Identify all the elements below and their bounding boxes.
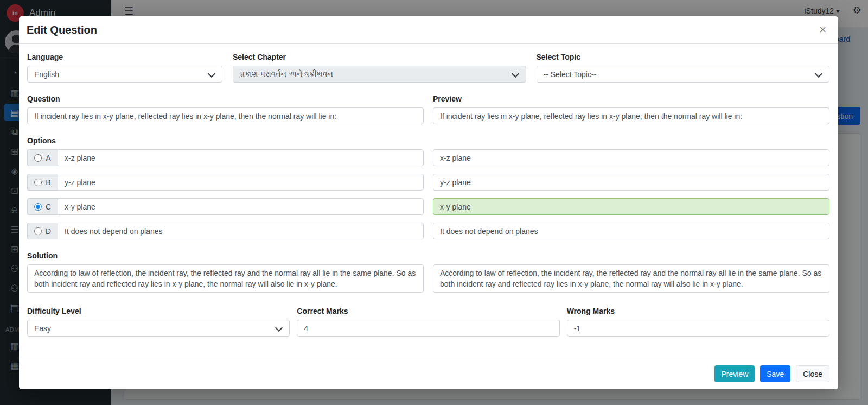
question-input[interactable] [27,107,424,124]
correct-marks-input[interactable] [297,320,559,337]
option-b-addon: B [27,174,58,191]
option-a-preview: x-z plane [433,149,829,166]
option-a-input[interactable] [58,149,424,166]
preview-button[interactable]: Preview [714,365,755,382]
options-label: Options [27,136,829,145]
chapter-select[interactable]: પ્રકાશ-પરાવર્તન અને વક્રીભવન [233,66,526,83]
modal-title: Edit Question [27,24,97,36]
language-select[interactable]: English [27,66,222,83]
option-row-b: B [27,174,424,191]
close-icon[interactable]: × [816,24,829,36]
language-label: Language [27,53,222,61]
question-preview: If incident ray lies in x-y plane, refle… [433,107,829,124]
close-button[interactable]: Close [796,365,829,382]
option-row-a: A [27,149,424,166]
solution-textarea[interactable]: According to law of reflection, the inci… [27,264,424,293]
preview-label: Preview [433,94,829,103]
option-b-preview: y-z plane [433,174,829,191]
save-button[interactable]: Save [760,365,790,382]
difficulty-select[interactable]: Easy [27,320,290,337]
edit-question-modal: Edit Question × Language English Select … [19,16,838,389]
option-row-c: C [27,198,424,215]
chapter-label: Select Chapter [233,53,526,61]
correct-marks-label: Correct Marks [297,307,559,315]
option-a-radio[interactable] [34,154,42,162]
topic-select[interactable]: -- Select Topic-- [537,66,830,83]
option-c-letter: C [46,202,51,211]
option-c-radio[interactable] [34,203,42,211]
option-d-input[interactable] [58,223,424,239]
option-b-input[interactable] [58,174,424,191]
option-c-input[interactable] [58,198,424,215]
option-a-addon: A [27,149,58,166]
solution-preview: According to law of reflection, the inci… [433,264,829,293]
option-d-letter: D [46,227,51,236]
option-b-radio[interactable] [34,179,42,186]
wrong-marks-input[interactable] [567,320,829,337]
option-row-d: D [27,223,424,239]
option-c-addon: C [27,198,58,215]
option-c-preview: x-y plane [433,198,829,215]
option-d-radio[interactable] [34,227,42,235]
wrong-marks-label: Wrong Marks [567,307,829,315]
question-label: Question [27,94,424,103]
option-b-letter: B [46,178,50,187]
option-d-addon: D [27,223,58,239]
option-d-preview: It does not depend on planes [433,223,829,239]
topic-label: Select Topic [537,53,830,61]
option-a-letter: A [46,154,50,162]
difficulty-label: Difficulty Level [27,307,290,315]
solution-label: Solution [27,251,424,260]
